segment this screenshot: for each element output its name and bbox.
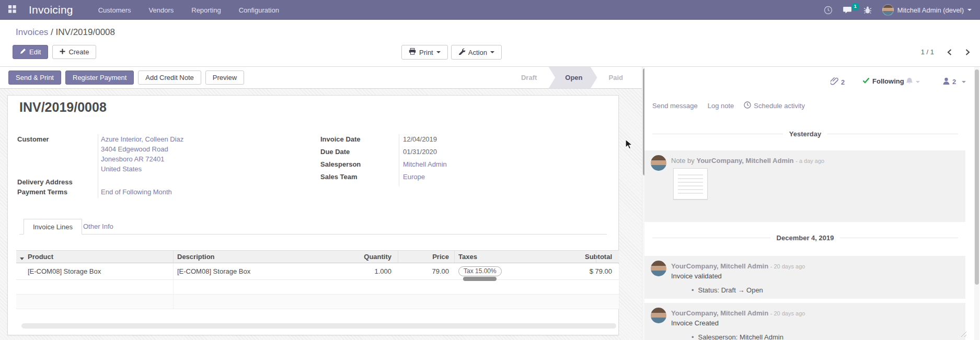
- col-header-description[interactable]: Description: [177, 251, 215, 263]
- line-product: [E-COM08] Storage Box: [28, 264, 101, 279]
- status-open[interactable]: Open: [548, 67, 597, 89]
- apps-grid-icon: [8, 5, 16, 15]
- schedule-activity-label: Schedule activity: [754, 102, 805, 110]
- message-timestamp: - 20 days ago: [770, 263, 805, 269]
- activities-clock-icon[interactable]: [824, 6, 833, 15]
- invoice-number-title: INV/2019/0008: [19, 100, 107, 115]
- chatter-scrollbar-thumb[interactable]: [975, 69, 979, 285]
- action-button-label: Action: [468, 49, 487, 56]
- col-header-subtotal[interactable]: Subtotal: [508, 251, 612, 263]
- date-divider: December 4, 2019: [652, 234, 958, 242]
- empty-line-row: [16, 280, 619, 295]
- followers-count: 2: [952, 78, 956, 86]
- pencil-icon: [20, 48, 26, 56]
- pager-next-button[interactable]: [965, 49, 971, 56]
- horizontal-scrollbar-track[interactable]: [21, 323, 616, 329]
- chatter-actions: Send message Log note Schedule activity: [652, 101, 805, 110]
- invoice-line-row[interactable]: [E-COM08] Storage Box [E-COM08] Storage …: [16, 264, 619, 280]
- note-prefix: Note by: [671, 157, 695, 165]
- invoice-date-label: Invoice Date: [320, 135, 361, 143]
- chatter-panel: 2 Following 2 Send message Log note Sche…: [644, 67, 974, 340]
- due-date-value: 01/31/2020: [403, 148, 437, 156]
- message-tracking-change: Status: Draft → Open: [691, 286, 763, 294]
- control-panel: Invoices / INV/2019/0008 Edit Create Pri…: [0, 20, 980, 67]
- print-button[interactable]: Print: [401, 45, 448, 60]
- attachments-count: 2: [841, 78, 845, 86]
- preview-button[interactable]: Preview: [205, 71, 244, 85]
- send-print-button[interactable]: Send & Print: [8, 71, 61, 85]
- status-draft[interactable]: Draft: [510, 67, 548, 89]
- pager-previous-button[interactable]: [947, 49, 952, 56]
- chevron-down-icon: [916, 81, 920, 83]
- chatter-scrollbar-track[interactable]: [974, 67, 979, 340]
- payment-terms-value[interactable]: End of Following Month: [101, 188, 172, 196]
- col-header-taxes[interactable]: Taxes: [458, 251, 477, 263]
- customer-city[interactable]: Jonesboro AR 72401: [101, 155, 164, 163]
- status-paid[interactable]: Paid: [597, 67, 635, 89]
- table-scrollbar-thumb[interactable]: [463, 277, 497, 281]
- menu-customers[interactable]: Customers: [98, 6, 131, 14]
- create-button[interactable]: Create: [52, 45, 96, 59]
- menu-reporting[interactable]: Reporting: [191, 6, 221, 14]
- following-label: Following: [872, 77, 904, 85]
- message-author[interactable]: YourCompany, Mitchell Admin: [671, 262, 768, 270]
- sort-caret-icon[interactable]: [20, 252, 24, 264]
- note-attachment-thumbnail[interactable]: [673, 168, 708, 200]
- edit-button[interactable]: Edit: [13, 45, 48, 59]
- customer-country[interactable]: United States: [101, 165, 142, 173]
- col-header-price[interactable]: Price: [402, 251, 449, 263]
- app-brand[interactable]: Invoicing: [29, 4, 73, 16]
- user-avatar: [882, 4, 894, 16]
- due-date-label: Due Date: [320, 148, 350, 156]
- breadcrumb-separator: /: [51, 27, 53, 37]
- user-menu[interactable]: Mitchell Admin (devel): [882, 4, 972, 16]
- pager: 1 / 1: [921, 48, 971, 56]
- customer-street[interactable]: 3404 Edgewood Road: [101, 145, 168, 153]
- message-header: Note by YourCompany, Mitchell Admin - a …: [671, 157, 824, 165]
- sales-team-label: Sales Team: [320, 173, 358, 181]
- chatter-topbar: 2 Following 2: [644, 77, 974, 89]
- message-author[interactable]: YourCompany, Mitchell Admin: [671, 309, 768, 317]
- add-credit-note-button[interactable]: Add Credit Note: [138, 71, 201, 85]
- send-message-button[interactable]: Send message: [652, 102, 698, 110]
- action-button[interactable]: Action: [451, 45, 502, 60]
- navbar-systray: 1 Mitchell Admin (devel): [824, 4, 980, 16]
- following-button[interactable]: Following: [862, 77, 904, 85]
- menu-vendors[interactable]: Vendors: [149, 6, 174, 14]
- breadcrumb-invoices-link[interactable]: Invoices: [16, 27, 48, 37]
- tab-other-info[interactable]: Other Info: [83, 222, 113, 230]
- log-note-button[interactable]: Log note: [708, 102, 734, 110]
- person-icon: [943, 77, 950, 86]
- record-buttons: Edit Create: [13, 45, 96, 59]
- status-pipeline: Draft Open Paid: [510, 67, 635, 89]
- message-author[interactable]: YourCompany, Mitchell Admin: [696, 157, 793, 165]
- line-subtotal: $ 79.00: [508, 264, 612, 279]
- followers-button[interactable]: 2: [943, 77, 966, 86]
- schedule-activity-button[interactable]: Schedule activity: [744, 101, 805, 110]
- salesperson-value-link[interactable]: Mitchell Admin: [403, 160, 447, 168]
- register-payment-button[interactable]: Register Payment: [65, 71, 134, 85]
- messages-icon[interactable]: 1: [843, 6, 853, 15]
- customer-name-link[interactable]: Azure Interior, Colleen Diaz: [101, 135, 183, 143]
- apps-menu-button[interactable]: [8, 5, 16, 15]
- notebook-tabs: Invoice Lines Other Info: [19, 219, 607, 235]
- debug-bug-icon[interactable]: [863, 6, 872, 14]
- sales-team-value-link[interactable]: Europe: [403, 173, 425, 181]
- tab-invoice-lines[interactable]: Invoice Lines: [24, 219, 82, 235]
- invoicing-app-window: Invoicing Customers Vendors Reporting Co…: [0, 0, 980, 340]
- col-header-quantity[interactable]: Quantity: [288, 251, 391, 263]
- message-avatar: [651, 308, 666, 323]
- attachments-button[interactable]: 2: [831, 77, 845, 87]
- pager-value: 1 / 1: [921, 48, 934, 56]
- message-body: Invoice validated: [671, 272, 722, 280]
- plus-icon: [60, 48, 65, 56]
- delivery-address-label: Delivery Address: [17, 178, 73, 186]
- mouse-cursor: [625, 139, 633, 151]
- chevron-down-icon: [436, 51, 441, 53]
- messages-count-badge: 1: [851, 3, 859, 10]
- bell-icon: [906, 77, 913, 87]
- activity-bell-button[interactable]: [906, 77, 920, 87]
- menu-configuration[interactable]: Configuration: [239, 6, 279, 14]
- invoice-sheet: INV/2019/0008 Customer Azure Interior, C…: [7, 95, 619, 335]
- col-header-product[interactable]: Product: [28, 251, 53, 263]
